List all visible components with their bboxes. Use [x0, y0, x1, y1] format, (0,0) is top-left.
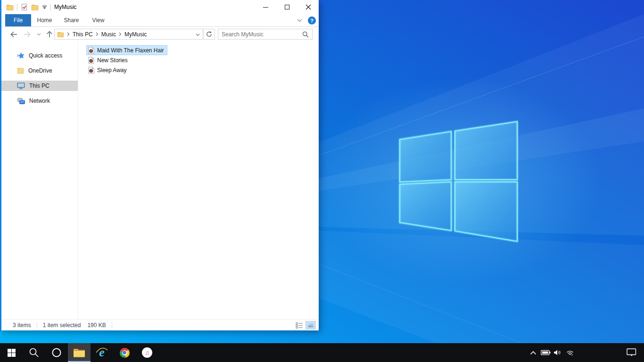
onedrive-folder-icon	[17, 67, 24, 74]
recent-locations-button[interactable]	[34, 33, 43, 36]
collapse-ribbon-chevron-icon[interactable]	[297, 19, 302, 22]
forward-icon	[23, 31, 31, 38]
back-icon	[10, 31, 18, 38]
file-row-new-stories[interactable]: New Stories	[86, 55, 131, 65]
address-bar[interactable]: This PC Music MyMusic	[54, 29, 203, 40]
search-input[interactable]	[222, 31, 302, 38]
tab-file[interactable]: File	[5, 14, 31, 26]
titlebar[interactable]: MyMusic	[1, 0, 319, 14]
chevron-down-icon	[37, 33, 41, 36]
thumbnails-view-button[interactable]	[306, 321, 315, 329]
chevron-down-icon	[196, 33, 200, 36]
quick-access-star-icon	[17, 52, 25, 59]
this-pc-monitor-icon	[17, 82, 25, 90]
up-icon	[46, 31, 53, 38]
ribbon-controls: ?	[297, 14, 316, 27]
navigation-pane: Quick access OneDrive This PC	[1, 41, 78, 319]
separator	[112, 322, 112, 329]
breadcrumb-music[interactable]: Music	[99, 31, 119, 38]
minimize-button[interactable]	[255, 0, 276, 14]
volume-indicator[interactable]	[552, 343, 564, 362]
close-button[interactable]	[297, 0, 319, 14]
sidebar-item-label: Quick access	[29, 52, 62, 59]
search-box[interactable]	[218, 29, 313, 40]
sidebar-item-label: OneDrive	[28, 67, 52, 74]
search-icon[interactable]	[302, 31, 309, 38]
minimize-icon	[263, 7, 268, 8]
file-name: New Stories	[97, 57, 128, 64]
search-icon	[29, 347, 39, 358]
network-computer-icon	[17, 98, 25, 105]
folder-icon	[6, 4, 14, 10]
file-name: Maid With The Flaxen Hair	[97, 47, 164, 54]
volume-icon	[553, 349, 562, 356]
sidebar-item-label: This PC	[29, 82, 50, 89]
taskbar-search-button[interactable]	[23, 343, 45, 362]
hidden-icons-button[interactable]	[527, 343, 539, 362]
logo-pane-bottom-left	[400, 182, 451, 230]
caption-buttons	[255, 0, 319, 14]
breadcrumb-mymusic[interactable]: MyMusic	[122, 31, 149, 38]
audio-file-icon	[88, 47, 94, 54]
tab-home[interactable]: Home	[31, 14, 58, 26]
ribbon-tabs: File Home Share View	[1, 14, 319, 27]
file-explorer-icon	[73, 348, 85, 358]
taskbar: e ♫	[0, 343, 644, 362]
help-button[interactable]: ?	[308, 16, 316, 25]
taskbar-itunes-button[interactable]: ♫	[136, 343, 158, 362]
logo-pane-top-right	[455, 122, 517, 180]
file-row-maid-with-the-flaxen-hair[interactable]: Maid With The Flaxen Hair	[86, 45, 167, 55]
file-name: Sleep Away	[97, 67, 127, 74]
taskbar-internet-explorer-button[interactable]: e	[91, 343, 113, 362]
chrome-icon	[120, 348, 130, 358]
windows-logo	[400, 122, 517, 241]
wifi-indicator[interactable]	[564, 343, 576, 362]
sidebar-item-onedrive[interactable]: OneDrive	[1, 66, 78, 76]
address-folder-icon	[57, 32, 64, 37]
item-count: 3 items	[13, 322, 31, 329]
refresh-icon	[206, 31, 212, 37]
battery-icon	[541, 350, 551, 355]
selection-size: 190 KB	[87, 322, 106, 329]
internet-explorer-icon: e	[96, 346, 108, 359]
forward-button[interactable]	[20, 31, 34, 38]
action-center-button[interactable]	[625, 343, 637, 362]
refresh-button[interactable]	[203, 29, 215, 40]
window-title: MyMusic	[54, 0, 76, 14]
maximize-button[interactable]	[276, 0, 297, 14]
separator	[50, 4, 51, 10]
separator	[17, 4, 17, 10]
start-button[interactable]	[0, 343, 23, 362]
tab-share[interactable]: Share	[58, 14, 85, 26]
taskbar-chrome-button[interactable]	[113, 343, 136, 362]
itunes-icon: ♫	[142, 347, 152, 358]
sidebar-item-network[interactable]: Network	[1, 96, 78, 106]
tab-view[interactable]: View	[85, 14, 112, 26]
back-button[interactable]	[8, 31, 20, 38]
cortana-circle-icon	[51, 347, 62, 358]
wifi-icon	[566, 349, 574, 356]
qat-dropdown-icon[interactable]	[42, 5, 47, 9]
sidebar-item-quick-access[interactable]: Quick access	[1, 50, 78, 61]
chevron-up-icon	[530, 351, 537, 355]
sidebar-item-this-pc[interactable]: This PC	[1, 81, 78, 91]
quick-access-toolbar	[6, 0, 51, 14]
selection-count: 1 item selected	[43, 322, 81, 329]
cortana-button[interactable]	[45, 343, 68, 362]
address-dropdown-button[interactable]	[193, 31, 203, 38]
audio-file-icon	[88, 66, 94, 74]
new-folder-icon[interactable]	[31, 4, 39, 10]
system-tray	[527, 343, 644, 362]
logo-pane-top-left	[400, 132, 451, 182]
taskbar-file-explorer-button[interactable]	[68, 343, 91, 362]
file-list: Maid With The Flaxen Hair New Stories	[78, 41, 319, 319]
properties-check-icon[interactable]	[21, 3, 28, 11]
file-explorer-window: MyMusic File Home Share View ?	[0, 0, 319, 330]
breadcrumb-this-pc[interactable]: This PC	[70, 31, 96, 38]
file-row-sleep-away[interactable]: Sleep Away	[86, 65, 130, 75]
separator	[37, 322, 37, 329]
view-toggle-buttons	[295, 320, 315, 331]
status-bar: 3 items 1 item selected 190 KB	[1, 319, 319, 330]
battery-indicator[interactable]	[539, 343, 552, 362]
details-view-button[interactable]	[295, 321, 304, 329]
